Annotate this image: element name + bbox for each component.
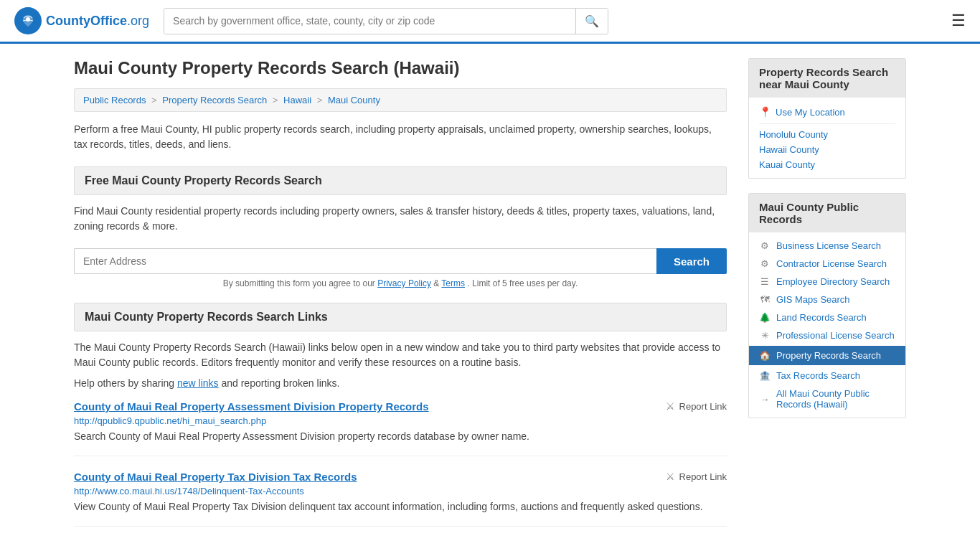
use-my-location-link[interactable]: 📍 Use My Location <box>759 103 895 121</box>
record-url[interactable]: http://www.co.maui.hi.us/1748/Delinquent… <box>74 486 727 496</box>
global-search-bar: 🔍 <box>164 8 608 34</box>
report-link-button[interactable]: ⚔ Report Link <box>666 400 727 412</box>
free-search-heading: Free Maui County Property Records Search <box>74 166 727 195</box>
main-content: Maui County Property Records Search (Haw… <box>74 58 727 541</box>
links-section-description: The Maui County Property Records Search … <box>74 340 727 370</box>
sidebar-item-land-records[interactable]: 🌲 Land Records Search <box>749 309 905 326</box>
new-links-link[interactable]: new links <box>177 377 219 389</box>
global-search-input[interactable] <box>164 9 575 34</box>
terms-link[interactable]: Terms <box>441 278 465 288</box>
map-icon: 🗺 <box>759 294 771 305</box>
gear-icon: ⚙ <box>759 240 771 251</box>
sidebar-item-gis-maps[interactable]: 🗺 GIS Maps Search <box>749 291 905 309</box>
breadcrumb: Public Records > Property Records Search… <box>74 88 727 112</box>
sidebar: Property Records Search near Maui County… <box>748 58 906 541</box>
free-search-description: Find Maui County residential property re… <box>74 204 727 234</box>
asterisk-icon: ✳ <box>759 330 771 341</box>
address-search-box: Search By submitting this form you agree… <box>74 248 727 288</box>
sidebar-public-records-section: Maui County Public Records ⚙ Business Li… <box>748 193 906 418</box>
page-description: Perform a free Maui County, HI public pr… <box>74 122 727 152</box>
arrow-icon: → <box>759 394 771 405</box>
breadcrumb-property-records-search[interactable]: Property Records Search <box>162 95 267 105</box>
list-icon: ☰ <box>759 276 771 287</box>
sidebar-nearby-kauai[interactable]: Kauai County <box>759 157 895 172</box>
record-link-title-row: County of Maui Real Property Tax Divisio… <box>74 471 727 483</box>
breadcrumb-maui-county[interactable]: Maui County <box>328 95 380 105</box>
sidebar-item-contractor-license[interactable]: ⚙ Contractor License Search <box>749 255 905 273</box>
address-input-row: Search <box>74 248 727 274</box>
breadcrumb-hawaii[interactable]: Hawaii <box>283 95 311 105</box>
site-logo[interactable]: CountyOffice.org <box>14 7 149 34</box>
report-link-button[interactable]: ⚔ Report Link <box>666 471 727 482</box>
sidebar-item-tax-records[interactable]: 🏦 Tax Records Search <box>749 367 905 385</box>
sidebar-item-property-records[interactable]: 🏠 Property Records Search <box>749 346 905 365</box>
record-url[interactable]: http://qpublic9.qpublic.net/hi_maui_sear… <box>74 415 727 426</box>
report-icon: ⚔ <box>666 471 675 482</box>
privacy-policy-link[interactable]: Privacy Policy <box>377 278 431 288</box>
record-link-title[interactable]: County of Maui Real Property Assessment … <box>74 400 429 413</box>
hamburger-menu-button[interactable]: ☰ <box>951 11 966 30</box>
record-description: Search County of Maui Real Property Asse… <box>74 429 727 444</box>
record-description: View County of Maui Real Property Tax Di… <box>74 499 727 514</box>
breadcrumb-public-records[interactable]: Public Records <box>83 95 146 105</box>
record-links-list: County of Maui Real Property Assessment … <box>74 400 727 527</box>
gear-icon-2: ⚙ <box>759 258 771 269</box>
sidebar-nearby-title: Property Records Search near Maui County <box>749 59 905 98</box>
address-search-button[interactable]: Search <box>656 248 727 274</box>
tree-icon: 🌲 <box>759 312 771 323</box>
record-link-title[interactable]: County of Maui Real Property Tax Divisio… <box>74 471 357 483</box>
report-icon: ⚔ <box>666 400 675 412</box>
address-input[interactable] <box>74 248 656 274</box>
page-title: Maui County Property Records Search (Haw… <box>74 58 727 78</box>
logo-icon <box>14 7 42 34</box>
sidebar-nearby-hawaii[interactable]: Hawaii County <box>759 142 895 157</box>
sidebar-nearby-section: Property Records Search near Maui County… <box>748 58 906 179</box>
sidebar-public-records-title: Maui County Public Records <box>749 194 905 232</box>
sidebar-item-all-public-records[interactable]: → All Maui County Public Records (Hawaii… <box>749 385 905 413</box>
site-header: CountyOffice.org 🔍 ☰ <box>0 0 980 44</box>
links-section-heading: Maui County Property Records Search Link… <box>74 303 727 331</box>
record-link-item: County of Maui Real Property Tax Divisio… <box>74 471 727 527</box>
logo-text: CountyOffice.org <box>46 14 149 29</box>
sidebar-nearby-links: 📍 Use My Location Honolulu County Hawaii… <box>749 98 905 178</box>
sidebar-item-employee-directory[interactable]: ☰ Employee Directory Search <box>749 273 905 291</box>
record-link-item: County of Maui Real Property Assessment … <box>74 400 727 456</box>
home-icon: 🏠 <box>759 350 771 361</box>
sidebar-item-professional-license[interactable]: ✳ Professional License Search <box>749 326 905 344</box>
sidebar-nav-links: ⚙ Business License Search ⚙ Contractor L… <box>749 232 905 418</box>
location-pin-icon: 📍 <box>759 106 771 118</box>
sidebar-nearby-honolulu[interactable]: Honolulu County <box>759 127 895 142</box>
share-line: Help others by sharing new links and rep… <box>74 377 727 389</box>
sidebar-item-business-license[interactable]: ⚙ Business License Search <box>749 237 905 255</box>
content-wrapper: Maui County Property Records Search (Haw… <box>60 44 920 551</box>
global-search-button[interactable]: 🔍 <box>575 9 608 34</box>
form-disclaimer: By submitting this form you agree to our… <box>74 278 727 288</box>
record-link-title-row: County of Maui Real Property Assessment … <box>74 400 727 413</box>
bank-icon: 🏦 <box>759 370 771 381</box>
